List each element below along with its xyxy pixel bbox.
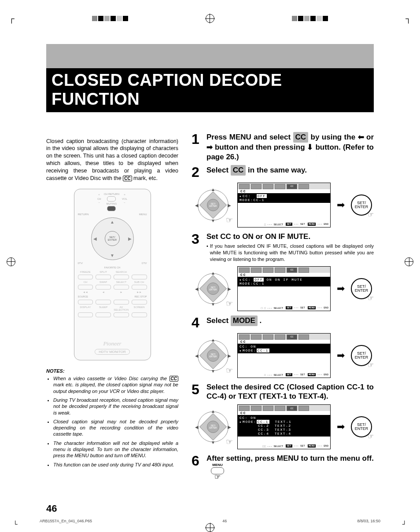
remote-dpad: ▲▼ ◀▶ SET/ ENTER xyxy=(91,217,134,260)
arrow-right-icon: ➡ xyxy=(206,143,213,151)
hand-pointer-icon: ☞ xyxy=(368,211,374,218)
step-number: 2 xyxy=(192,165,206,179)
set-enter-button-icon: SET/ ENTER ☞ xyxy=(351,194,372,216)
remote-return-label: RETURN xyxy=(78,213,89,216)
step-5: 5 Select the desired CC (Closed Caption … xyxy=(192,382,374,401)
step-number: 5 xyxy=(192,382,206,401)
note-item: Closed caption signal may not be decoded… xyxy=(53,418,178,437)
menu-button-illustration: MENU ☞ xyxy=(211,463,224,481)
dpad-illustration: SET/ ENTER ▲▼ ◀▶ ☞ xyxy=(195,271,231,307)
step-2: 2 Select CC in the same way. xyxy=(192,165,374,179)
arrow-right-icon: ➡ xyxy=(337,199,345,211)
notes-header: NOTES: xyxy=(46,368,178,374)
remote-brand: Pioneer xyxy=(103,340,121,347)
osd-screen-step3: CC CC CC: OFF ON ON IF MUTE MODE:CC-1 ⬚ … xyxy=(237,266,331,311)
dpad-illustration: SET/ ENTER ▲▼ ◀▶ ☞ xyxy=(195,187,231,223)
remote-setenter-btn: SET/ ENTER xyxy=(105,231,120,246)
title-grey-bar xyxy=(46,44,374,68)
crop-corner-tr: ┐ xyxy=(405,14,411,23)
registration-target-top xyxy=(206,14,214,23)
arrow-down-icon: ⬇ xyxy=(307,143,313,151)
note-item: This function can be used only during TV… xyxy=(53,462,178,468)
page-title: CLOSED CAPTION DECODE FUNCTION xyxy=(46,68,374,112)
registration-row-top: ┌ ┐ xyxy=(0,13,420,24)
intro-paragraph: Closed caption broadcasting (character i… xyxy=(46,138,178,182)
note-item: The character information will not be di… xyxy=(53,440,178,459)
dpad-illustration: SET/ ENTER ▲▼ ◀▶ ☞ xyxy=(195,409,231,445)
arrow-right-icon: ➡ xyxy=(337,350,345,361)
arrow-right-icon: ➡ xyxy=(337,421,345,433)
hand-pointer-icon: ☞ xyxy=(226,299,233,308)
intro-text-a: Closed caption broadcasting (character i… xyxy=(46,138,178,181)
registration-target-right xyxy=(402,257,416,275)
note-item: During TV broadcast reception, closed ca… xyxy=(53,397,178,416)
set-enter-button-icon: SET/ ENTER ☞ xyxy=(351,345,372,366)
step-number: 1 xyxy=(192,132,206,161)
note-item: When a video cassette or Video Disc carr… xyxy=(53,375,178,394)
hand-pointer-icon: ☞ xyxy=(368,433,374,440)
hand-pointer-icon: ☞ xyxy=(226,215,233,225)
step-1: 1 Press MENU and select CC by using the … xyxy=(192,132,374,161)
crop-corner-tl: ┌ xyxy=(9,14,15,23)
remote-hdtv-pill: HDTV MONITOR xyxy=(95,349,130,355)
step-4: 4 Select MODE . xyxy=(192,316,374,330)
cc-tag: CC xyxy=(293,132,309,143)
page-number: 46 xyxy=(46,503,57,514)
crop-corners-bottom: └┘ xyxy=(0,521,420,528)
remote-illustration: ＋CH− CH RETURN MUTING ＋VOL− RETURN MENU xyxy=(74,189,151,360)
notes-section: NOTES: When a video cassette or Video Di… xyxy=(46,368,178,468)
hand-pointer-icon: ☞ xyxy=(368,362,374,369)
step-number: 6 xyxy=(192,454,206,481)
cc-tag: CC xyxy=(231,165,246,176)
hand-pointer-icon: ☞ xyxy=(226,366,233,375)
set-enter-button-icon: SET/ ENTER ☞ xyxy=(351,416,372,437)
step-number: 4 xyxy=(192,316,206,330)
set-enter-button-icon: SET/ ENTER ☞ xyxy=(351,278,372,299)
osd-screen-step2: CC CC CC: OFF MODE:CC-1 ⬚ ··· SELECT SET… xyxy=(237,183,331,227)
osd-screen-step5: CC CC CC: ON MODE:CC-1 TEXT-1 CC-2 TEXT-… xyxy=(237,404,331,449)
intro-text-b: mark, etc. xyxy=(132,175,158,181)
hand-pointer-icon: ☞ xyxy=(226,437,233,447)
remote-menu-label: MENU xyxy=(139,213,147,216)
color-squares-left xyxy=(92,16,128,21)
registration-target-left xyxy=(4,257,18,275)
remote-muting-label: MUTING xyxy=(106,202,117,205)
step-3: 3 Set CC to ON or ON IF MUTE. •If you ha… xyxy=(192,232,374,263)
remote-ch-return-label: CH RETURN xyxy=(104,193,119,195)
arrow-right-icon: ➡ xyxy=(337,283,345,294)
remote-ch-return-btn xyxy=(107,196,116,202)
color-squares-right xyxy=(292,16,328,21)
cc-badge-icon: CC xyxy=(123,176,132,181)
step-6: 6 After setting, press MENU to turn the … xyxy=(192,454,374,481)
remote-muting-btn xyxy=(107,206,116,211)
hand-pointer-icon: ☞ xyxy=(368,295,374,302)
arrow-left-icon: ⬅ xyxy=(358,133,364,141)
hand-pointer-icon: ☞ xyxy=(214,473,221,481)
mode-tag: MODE xyxy=(231,316,258,326)
step-number: 3 xyxy=(192,232,206,263)
remote-favorite-label: FAVORITE CH xyxy=(104,266,120,269)
dpad-illustration: SET/ ENTER ▲▼ ◀▶ ☞ xyxy=(195,338,231,374)
osd-screen-step4: CC CC CC: ON MODE:CC-1 ⬚ ··· SELECT SET … xyxy=(237,333,331,378)
